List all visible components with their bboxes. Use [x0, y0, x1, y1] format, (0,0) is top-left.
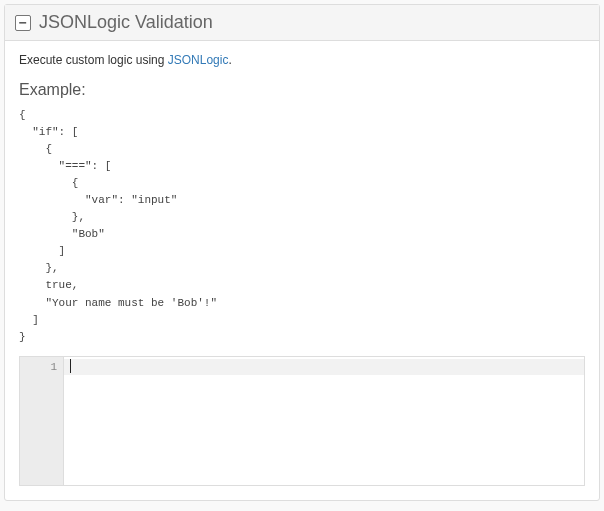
- example-heading: Example:: [19, 81, 585, 99]
- panel-title: JSONLogic Validation: [39, 12, 213, 33]
- jsonlogic-link[interactable]: JSONLogic: [168, 53, 229, 67]
- description-text: Execute custom logic using JSONLogic.: [19, 53, 585, 67]
- jsonlogic-panel: − JSONLogic Validation Execute custom lo…: [4, 4, 600, 501]
- example-code: { "if": [ { "===": [ { "var": "input" },…: [19, 107, 585, 346]
- desc-prefix: Execute custom logic using: [19, 53, 168, 67]
- code-editor[interactable]: 1: [19, 356, 585, 486]
- panel-heading: − JSONLogic Validation: [5, 5, 599, 41]
- panel-body: Execute custom logic using JSONLogic. Ex…: [5, 41, 599, 500]
- text-cursor: [70, 359, 71, 373]
- desc-suffix: .: [228, 53, 231, 67]
- collapse-icon[interactable]: −: [15, 15, 31, 31]
- editor-gutter: 1: [20, 357, 64, 485]
- editor-content[interactable]: [64, 357, 584, 485]
- line-number: 1: [20, 359, 57, 375]
